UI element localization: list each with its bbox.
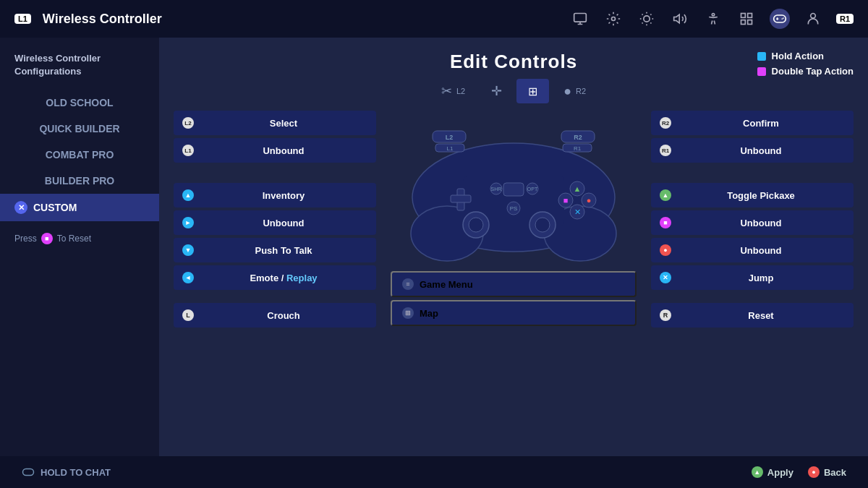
crouch-button[interactable]: L Crouch [174,303,376,328]
svg-rect-13 [741,14,745,18]
reset-btn-icon: ■ [41,233,53,244]
sidebar-item-old-school[interactable]: OLD SCHOOL [0,90,159,116]
select-button[interactable]: L2 Select [174,111,376,135]
legend: Hold Action Double Tap Action [757,51,854,77]
emote-button[interactable]: ◄ Emote / Replay [174,265,376,290]
r-stick-icon: R [660,309,671,321]
share-icon: ⊞ [402,307,414,319]
content-area: Edit Controls Hold Action Double Tap Act… [159,38,868,456]
controller-image: L2 R2 L1 R1 [398,111,629,262]
bottom-bar: HOLD TO CHAT ▲ Apply ● Back [0,456,868,488]
scissors-icon: ✂ [441,83,452,99]
replay-link: Replay [286,273,318,283]
confirm-button[interactable]: R2 Confirm [651,111,854,135]
select-label: Select [200,118,367,129]
apply-triangle-icon: ▲ [752,466,763,478]
svg-text:SHR: SHR [491,187,502,192]
legend-tap-label: Double Tap Action [772,66,854,77]
toggle-pickaxe-button[interactable]: ▲ Toggle Pickaxe [651,183,854,207]
jump-button[interactable]: ✕ Jump [651,265,854,290]
page-title-area: Edit Controls Hold Action Double Tap Act… [159,38,868,79]
svg-rect-14 [748,14,752,18]
custom-label: CUSTOM [33,202,77,213]
tab-bar: ✂ L2 ✛ ⊞ ● R2 [159,79,868,111]
svg-point-12 [712,14,714,16]
unbound-l1-button[interactable]: L1 Unbound [174,138,376,163]
gear-icon[interactable] [603,9,624,29]
unbound-circ-label: Unbound [677,245,845,256]
inventory-button[interactable]: ▲ Inventory [174,183,376,207]
move-icon: ✛ [491,83,502,99]
svg-rect-16 [748,20,752,25]
confirm-label: Confirm [677,118,845,129]
push-to-talk-label: Push To Talk [200,245,367,256]
back-label: Back [824,467,846,478]
left-button-list: L2 Select L1 Unbound ▲ Inventory ► Unbou… [174,111,376,328]
l2-tab-badge: L2 [456,87,465,95]
custom-x-badge: ✕ [14,201,27,214]
unbound-square-button[interactable]: ■ Unbound [651,210,854,235]
sun-icon[interactable] [637,9,657,29]
x-icon: ✕ [660,272,671,283]
nav-icons: R1 [570,9,854,29]
inventory-label: Inventory [200,190,367,201]
chat-icon [22,466,35,479]
game-menu-button[interactable]: ≡ Game Menu [391,271,637,297]
game-menu-label: Game Menu [420,279,473,290]
top-bar: L1 Wireless Controller [0,0,868,38]
svg-line-10 [650,14,651,15]
l2-badge: L2 [182,117,194,129]
svg-point-18 [811,14,816,19]
unbound-r1-button[interactable]: R1 Unbound [651,138,854,163]
triangle-icon: ▲ [660,189,671,201]
svg-point-34 [469,218,483,232]
grid-tab-icon: ⊞ [528,85,537,98]
sidebar-item-custom[interactable]: ✕ CUSTOM [0,194,159,221]
svg-text:PS: PS [510,205,518,212]
svg-point-36 [535,218,550,232]
legend-tap-dot [757,67,766,76]
monitor-icon[interactable] [570,9,590,29]
unbound-dpad2-button[interactable]: ► Unbound [174,210,376,235]
sidebar-item-quick-builder[interactable]: QUICK BUILDER [0,116,159,142]
reset-label: Reset [677,310,845,321]
svg-rect-52 [23,469,34,476]
dpad-down-icon: ▼ [182,244,194,256]
svg-point-1 [611,17,615,21]
map-label: Map [420,308,438,319]
grid-icon[interactable] [736,9,757,29]
tab-grid[interactable]: ⊞ [516,79,549,103]
volume-icon[interactable] [670,9,690,29]
tab-scissors[interactable]: ✂ L2 [430,79,477,103]
emote-label: Emote / Replay [200,273,367,283]
svg-text:■: ■ [563,196,569,205]
map-button[interactable]: ⊞ Map [391,300,637,326]
tab-circle[interactable]: ● R2 [552,79,597,103]
svg-text:L2: L2 [446,134,454,141]
reset-button[interactable]: R Reset [651,303,854,328]
back-action[interactable]: ● Back [808,466,846,478]
apply-action[interactable]: ▲ Apply [752,466,793,478]
person-icon[interactable] [803,9,823,29]
legend-double-tap: Double Tap Action [757,66,854,77]
r2-badge-btn: R2 [660,117,671,129]
svg-line-6 [650,22,651,23]
svg-point-2 [644,16,650,22]
push-to-talk-button[interactable]: ▼ Push To Talk [174,238,376,262]
sidebar-item-builder-pro[interactable]: BUILDER PRO [0,168,159,194]
press-reset: Press ■ To Reset [0,227,159,250]
svg-text:L1: L1 [447,145,454,152]
unbound-circle-button[interactable]: ● Unbound [651,238,854,262]
bottom-actions: ▲ Apply ● Back [752,466,846,478]
sidebar-item-combat-pro[interactable]: COMBAT PRO [0,142,159,168]
unbound-dpad2-label: Unbound [200,218,367,228]
sidebar: Wireless Controller Configurations OLD S… [0,38,159,456]
controller-layout: L2 Select L1 Unbound ▲ Inventory ► Unbou… [159,111,868,328]
gamepad-icon[interactable] [770,9,790,29]
tab-move[interactable]: ✛ [480,79,514,103]
main-area: Wireless Controller Configurations OLD S… [0,38,868,456]
svg-rect-0 [574,14,587,22]
dpad-up-icon: ▲ [182,189,194,201]
svg-line-5 [642,14,642,15]
accessibility-icon[interactable] [703,9,723,29]
